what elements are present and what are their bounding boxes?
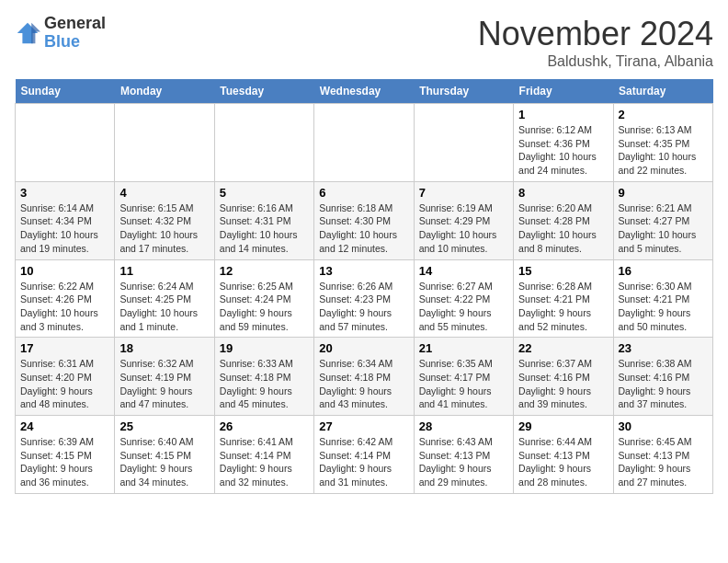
calendar-cell: 29Sunrise: 6:44 AM Sunset: 4:13 PM Dayli… [514, 416, 613, 494]
calendar-cell [16, 104, 115, 182]
calendar-cell [314, 104, 414, 182]
day-number: 5 [220, 186, 309, 200]
day-number: 24 [20, 419, 109, 433]
page-header: General Blue November 2024 Baldushk, Tir… [15, 15, 713, 70]
day-number: 16 [619, 264, 708, 278]
day-info: Sunrise: 6:30 AM Sunset: 4:21 PM Dayligh… [619, 280, 708, 334]
day-info: Sunrise: 6:45 AM Sunset: 4:13 PM Dayligh… [619, 435, 708, 489]
calendar-subtitle: Baldushk, Tirana, Albania [478, 53, 713, 70]
day-info: Sunrise: 6:13 AM Sunset: 4:35 PM Dayligh… [619, 123, 708, 178]
calendar-header-friday: Friday [514, 79, 613, 104]
calendar-cell: 10Sunrise: 6:22 AM Sunset: 4:26 PM Dayli… [16, 259, 115, 338]
calendar-cell: 15Sunrise: 6:28 AM Sunset: 4:21 PM Dayli… [514, 259, 613, 338]
calendar-header-saturday: Saturday [613, 79, 712, 104]
day-number: 17 [20, 341, 109, 355]
calendar-cell: 1Sunrise: 6:12 AM Sunset: 4:36 PM Daylig… [514, 104, 613, 182]
day-info: Sunrise: 6:25 AM Sunset: 4:24 PM Dayligh… [220, 280, 309, 334]
day-info: Sunrise: 6:37 AM Sunset: 4:16 PM Dayligh… [518, 357, 608, 411]
calendar-header-monday: Monday [115, 79, 214, 104]
day-info: Sunrise: 6:16 AM Sunset: 4:31 PM Dayligh… [220, 201, 309, 256]
calendar-header-tuesday: Tuesday [214, 79, 313, 104]
day-number: 19 [220, 341, 309, 355]
calendar-cell: 2Sunrise: 6:13 AM Sunset: 4:35 PM Daylig… [613, 104, 712, 182]
day-number: 10 [20, 264, 109, 278]
calendar-week-row: 24Sunrise: 6:39 AM Sunset: 4:15 PM Dayli… [16, 416, 713, 494]
day-info: Sunrise: 6:22 AM Sunset: 4:26 PM Dayligh… [20, 280, 109, 334]
logo-text: General Blue [44, 15, 106, 52]
calendar-header-wednesday: Wednesday [314, 79, 414, 104]
calendar-cell: 17Sunrise: 6:31 AM Sunset: 4:20 PM Dayli… [16, 338, 115, 416]
calendar-cell: 8Sunrise: 6:20 AM Sunset: 4:28 PM Daylig… [514, 181, 613, 259]
day-info: Sunrise: 6:42 AM Sunset: 4:14 PM Dayligh… [319, 435, 408, 489]
calendar-cell: 20Sunrise: 6:34 AM Sunset: 4:18 PM Dayli… [314, 338, 414, 416]
day-info: Sunrise: 6:39 AM Sunset: 4:15 PM Dayligh… [20, 435, 109, 489]
calendar-header-thursday: Thursday [414, 79, 513, 104]
day-info: Sunrise: 6:43 AM Sunset: 4:13 PM Dayligh… [419, 435, 508, 489]
calendar-cell: 22Sunrise: 6:37 AM Sunset: 4:16 PM Dayli… [514, 338, 613, 416]
day-number: 7 [419, 186, 508, 200]
day-number: 29 [518, 419, 608, 433]
calendar-cell: 14Sunrise: 6:27 AM Sunset: 4:22 PM Dayli… [414, 259, 513, 338]
day-info: Sunrise: 6:35 AM Sunset: 4:17 PM Dayligh… [419, 357, 508, 411]
calendar-cell: 6Sunrise: 6:18 AM Sunset: 4:30 PM Daylig… [314, 181, 414, 259]
day-info: Sunrise: 6:26 AM Sunset: 4:23 PM Dayligh… [319, 280, 408, 334]
calendar-cell [115, 104, 214, 182]
calendar-cell: 26Sunrise: 6:41 AM Sunset: 4:14 PM Dayli… [214, 416, 313, 494]
day-info: Sunrise: 6:24 AM Sunset: 4:25 PM Dayligh… [119, 280, 209, 334]
day-number: 30 [619, 419, 708, 433]
day-number: 26 [220, 419, 309, 433]
day-info: Sunrise: 6:12 AM Sunset: 4:36 PM Dayligh… [518, 123, 608, 178]
day-number: 3 [20, 186, 109, 200]
calendar-cell: 7Sunrise: 6:19 AM Sunset: 4:29 PM Daylig… [414, 181, 513, 259]
logo-line2: Blue [44, 33, 106, 52]
day-info: Sunrise: 6:27 AM Sunset: 4:22 PM Dayligh… [419, 280, 508, 334]
calendar-cell: 30Sunrise: 6:45 AM Sunset: 4:13 PM Dayli… [613, 416, 712, 494]
day-number: 8 [518, 186, 608, 200]
calendar-cell: 11Sunrise: 6:24 AM Sunset: 4:25 PM Dayli… [115, 259, 214, 338]
day-info: Sunrise: 6:15 AM Sunset: 4:32 PM Dayligh… [119, 201, 209, 256]
logo-icon [15, 20, 40, 46]
day-info: Sunrise: 6:14 AM Sunset: 4:34 PM Dayligh… [20, 201, 109, 256]
calendar-cell: 3Sunrise: 6:14 AM Sunset: 4:34 PM Daylig… [16, 181, 115, 259]
logo-line1: General [44, 15, 106, 33]
day-number: 21 [419, 341, 508, 355]
calendar-week-row: 10Sunrise: 6:22 AM Sunset: 4:26 PM Dayli… [16, 259, 713, 338]
calendar-week-row: 3Sunrise: 6:14 AM Sunset: 4:34 PM Daylig… [16, 181, 713, 259]
calendar-cell: 4Sunrise: 6:15 AM Sunset: 4:32 PM Daylig… [115, 181, 214, 259]
calendar-header-row: SundayMondayTuesdayWednesdayThursdayFrid… [16, 79, 713, 104]
day-info: Sunrise: 6:38 AM Sunset: 4:16 PM Dayligh… [619, 357, 708, 411]
day-number: 20 [319, 341, 408, 355]
day-info: Sunrise: 6:20 AM Sunset: 4:28 PM Dayligh… [518, 201, 608, 256]
calendar-cell: 25Sunrise: 6:40 AM Sunset: 4:15 PM Dayli… [115, 416, 214, 494]
calendar-week-row: 1Sunrise: 6:12 AM Sunset: 4:36 PM Daylig… [16, 104, 713, 182]
calendar-cell: 16Sunrise: 6:30 AM Sunset: 4:21 PM Dayli… [613, 259, 712, 338]
calendar-title: November 2024 [478, 15, 713, 53]
calendar-cell [214, 104, 313, 182]
day-number: 18 [119, 341, 209, 355]
day-number: 11 [119, 264, 209, 278]
day-info: Sunrise: 6:44 AM Sunset: 4:13 PM Dayligh… [518, 435, 608, 489]
day-number: 1 [518, 108, 608, 121]
calendar-table: SundayMondayTuesdayWednesdayThursdayFrid… [15, 79, 713, 494]
day-info: Sunrise: 6:34 AM Sunset: 4:18 PM Dayligh… [319, 357, 408, 411]
day-number: 14 [419, 264, 508, 278]
title-area: November 2024 Baldushk, Tirana, Albania [478, 15, 713, 70]
day-info: Sunrise: 6:33 AM Sunset: 4:18 PM Dayligh… [220, 357, 309, 411]
calendar-cell: 27Sunrise: 6:42 AM Sunset: 4:14 PM Dayli… [314, 416, 414, 494]
day-number: 2 [619, 108, 708, 121]
logo: General Blue [15, 15, 106, 52]
calendar-header-sunday: Sunday [16, 79, 115, 104]
calendar-cell: 9Sunrise: 6:21 AM Sunset: 4:27 PM Daylig… [613, 181, 712, 259]
calendar-cell: 24Sunrise: 6:39 AM Sunset: 4:15 PM Dayli… [16, 416, 115, 494]
calendar-cell: 5Sunrise: 6:16 AM Sunset: 4:31 PM Daylig… [214, 181, 313, 259]
calendar-cell [414, 104, 513, 182]
day-info: Sunrise: 6:21 AM Sunset: 4:27 PM Dayligh… [619, 201, 708, 256]
calendar-cell: 12Sunrise: 6:25 AM Sunset: 4:24 PM Dayli… [214, 259, 313, 338]
day-info: Sunrise: 6:19 AM Sunset: 4:29 PM Dayligh… [419, 201, 508, 256]
calendar-cell: 13Sunrise: 6:26 AM Sunset: 4:23 PM Dayli… [314, 259, 414, 338]
day-info: Sunrise: 6:31 AM Sunset: 4:20 PM Dayligh… [20, 357, 109, 411]
day-info: Sunrise: 6:28 AM Sunset: 4:21 PM Dayligh… [518, 280, 608, 334]
calendar-cell: 28Sunrise: 6:43 AM Sunset: 4:13 PM Dayli… [414, 416, 513, 494]
day-number: 13 [319, 264, 408, 278]
calendar-cell: 21Sunrise: 6:35 AM Sunset: 4:17 PM Dayli… [414, 338, 513, 416]
